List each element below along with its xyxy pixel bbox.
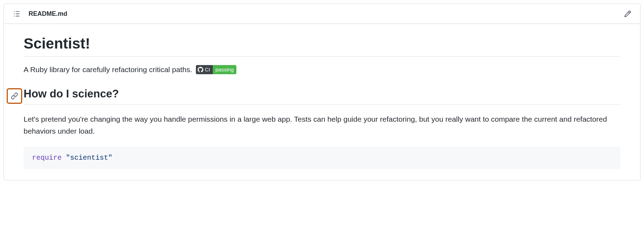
code-string: "scientist" (66, 154, 112, 162)
section-heading-wrapper: How do I science? (24, 88, 620, 105)
ci-badge[interactable]: CI passing (196, 65, 237, 74)
link-icon (11, 92, 18, 100)
readme-container: README.md Scientist! A Ruby library for … (4, 4, 640, 180)
readme-header: README.md (4, 4, 640, 24)
readme-body: Scientist! A Ruby library for carefully … (4, 24, 640, 180)
ci-badge-label: CI (205, 65, 210, 74)
description-text: A Ruby library for carefully refactoring… (24, 65, 192, 74)
section-paragraph: Let's pretend you're changing the way yo… (24, 113, 620, 137)
code-keyword: require (32, 154, 62, 162)
description-row: A Ruby library for carefully refactoring… (24, 65, 620, 74)
github-icon (198, 67, 203, 72)
readme-header-left: README.md (11, 8, 67, 19)
toc-button[interactable] (11, 8, 22, 19)
list-icon (13, 10, 20, 18)
ci-badge-status: passing (213, 65, 237, 74)
edit-button[interactable] (622, 8, 633, 19)
page-title: Scientist! (24, 35, 620, 57)
filename[interactable]: README.md (29, 10, 67, 18)
pencil-icon (624, 10, 631, 18)
section-heading: How do I science? (24, 88, 620, 104)
ci-badge-left: CI (196, 65, 213, 74)
code-block: require "scientist" (24, 147, 620, 169)
anchor-link[interactable] (7, 88, 22, 104)
